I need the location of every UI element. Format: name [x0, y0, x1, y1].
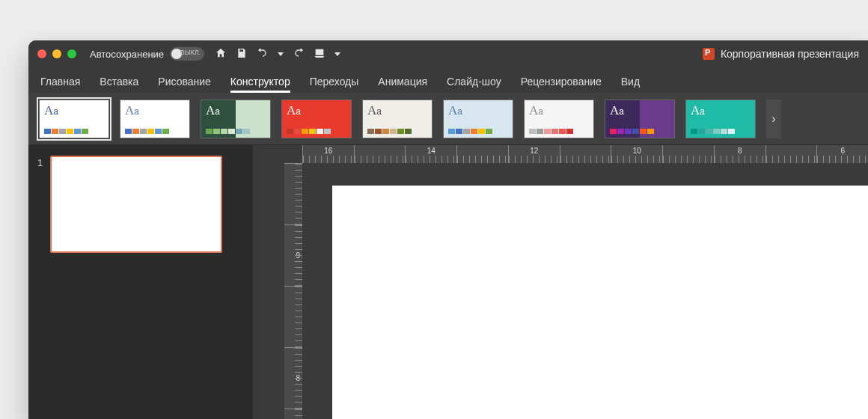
- theme-swatches: [448, 129, 492, 134]
- tab-7[interactable]: Рецензирование: [521, 76, 602, 93]
- tab-4[interactable]: Переходы: [310, 76, 359, 93]
- theme-teal-flat[interactable]: Aa: [685, 100, 756, 138]
- hruler-mark: [662, 145, 714, 163]
- theme-red-bold[interactable]: Aa: [281, 100, 352, 138]
- tab-2[interactable]: Рисование: [158, 76, 211, 93]
- hruler-mark: [456, 145, 508, 163]
- theme-sample-text: Aa: [529, 103, 543, 118]
- tab-3[interactable]: Конструктор: [230, 76, 290, 93]
- theme-swatches: [610, 129, 654, 134]
- thumbnail-row: 1: [37, 156, 244, 253]
- vruler-mark: 9: [284, 224, 302, 286]
- theme-swatches: [529, 129, 573, 134]
- theme-gallery: AaAaAaAaAaAaAaAaAa›: [28, 93, 868, 145]
- document-title: Корпоративная презентация: [721, 48, 859, 60]
- autosave-control: Автосохранение ВЫКЛ.: [90, 47, 204, 61]
- hruler-mark: 6: [816, 145, 868, 163]
- powerpoint-icon: [703, 48, 715, 60]
- qat-customize-icon[interactable]: [334, 52, 340, 56]
- slide-number: 1: [37, 156, 43, 168]
- ribbon-tabs: ГлавнаяВставкаРисованиеКонструкторПерехо…: [28, 67, 868, 93]
- tab-8[interactable]: Вид: [621, 76, 640, 93]
- theme-swatches: [287, 129, 331, 134]
- window-controls: [37, 49, 76, 58]
- slide-thumbnail-panel: 1: [28, 145, 253, 419]
- undo-dropdown-icon[interactable]: [278, 52, 284, 56]
- app-window: Автосохранение ВЫКЛ. Корпоративная презе…: [28, 40, 868, 419]
- hruler-mark: 16: [302, 145, 354, 163]
- theme-swatches: [691, 129, 735, 134]
- theme-neon-purple[interactable]: Aa: [605, 100, 675, 138]
- redo-icon[interactable]: [293, 47, 305, 61]
- ruler-corner: [253, 145, 284, 419]
- hruler-mark: 14: [405, 145, 456, 163]
- autosave-state: ВЫКЛ.: [180, 49, 201, 56]
- theme-sample-text: Aa: [691, 103, 705, 118]
- theme-swatches: [367, 129, 412, 134]
- close-window-button[interactable]: [37, 49, 46, 58]
- hruler-mark: 10: [611, 145, 662, 163]
- hruler-mark: 12: [508, 145, 560, 163]
- save-icon[interactable]: [236, 47, 248, 61]
- quick-access-toolbar: [215, 47, 340, 61]
- tab-6[interactable]: Слайд-шоу: [447, 76, 501, 93]
- maximize-window-button[interactable]: [67, 49, 76, 58]
- theme-chalkboard[interactable]: Aa: [201, 100, 271, 138]
- theme-sample-text: Aa: [448, 103, 462, 118]
- minimize-window-button[interactable]: [52, 49, 61, 58]
- undo-icon[interactable]: [257, 47, 269, 61]
- theme-sample-text: Aa: [367, 103, 382, 118]
- hruler-mark: 8: [714, 145, 765, 163]
- vertical-ruler: 9876: [284, 163, 302, 419]
- theme-sample-text: Aa: [125, 103, 139, 118]
- theme-sample-text: Aa: [610, 103, 624, 118]
- theme-gallery-expand[interactable]: ›: [766, 100, 781, 138]
- tab-5[interactable]: Анимация: [378, 76, 427, 93]
- theme-sample-text: Aa: [287, 103, 301, 118]
- tab-1[interactable]: Вставка: [100, 76, 138, 93]
- home-icon[interactable]: [215, 47, 227, 61]
- vruler-mark: 8: [284, 347, 302, 409]
- autosave-label: Автосохранение: [90, 49, 164, 60]
- theme-sample-text: Aa: [206, 103, 220, 118]
- vruler-mark: [284, 163, 302, 224]
- theme-swatches: [125, 129, 169, 134]
- editor-area: 1614121086 9876: [253, 145, 868, 419]
- hruler-mark: [560, 145, 611, 163]
- theme-wood-accent[interactable]: Aa: [362, 100, 433, 138]
- slide-canvas[interactable]: [332, 186, 868, 419]
- touch-mode-icon[interactable]: [314, 47, 326, 61]
- theme-sample-text: Aa: [44, 103, 58, 118]
- theme-swatches: [44, 129, 88, 134]
- theme-office-white[interactable]: Aa: [39, 100, 109, 138]
- document-title-area: Корпоративная презентация: [703, 48, 859, 60]
- vruler-mark: [284, 409, 302, 419]
- theme-swatches: [206, 129, 250, 134]
- hruler-mark: [765, 145, 817, 163]
- slide-thumbnail[interactable]: [50, 156, 222, 253]
- horizontal-ruler: 1614121086: [302, 145, 868, 163]
- theme-soft-blue[interactable]: Aa: [443, 100, 513, 138]
- titlebar: Автосохранение ВЫКЛ. Корпоративная презе…: [28, 40, 868, 67]
- autosave-toggle[interactable]: ВЫКЛ.: [170, 47, 204, 61]
- vruler-mark: [284, 286, 302, 347]
- theme-minimal-gray[interactable]: Aa: [524, 100, 594, 138]
- tab-0[interactable]: Главная: [40, 76, 80, 93]
- hruler-mark: [354, 145, 406, 163]
- theme-office-white-2[interactable]: Aa: [120, 100, 190, 138]
- workspace: 1 1614121086 9876: [28, 145, 868, 419]
